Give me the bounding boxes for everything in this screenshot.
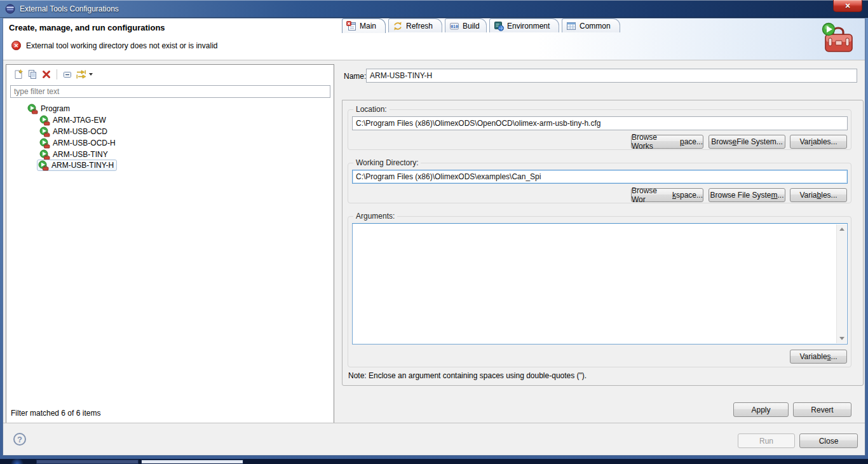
workdir-browse-filesystem-button[interactable]: Browse File System... (709, 188, 785, 202)
window-close-button[interactable]: ✕ (833, 0, 862, 12)
scroll-down-button[interactable] (837, 334, 846, 343)
tree-item-label: ARM-USB-TINY (53, 150, 108, 159)
help-icon[interactable]: ? (13, 433, 26, 446)
window-title: External Tools Configurations (20, 4, 119, 13)
tree-item-arm-usb-tiny-h-selected[interactable]: ARM-USB-TINY-H (37, 160, 117, 171)
name-input[interactable] (366, 69, 857, 83)
tab-environment[interactable]: Environment (489, 18, 559, 32)
dialog-footer: ? Run Close (3, 423, 865, 455)
working-directory-label: Working Directory: (353, 158, 421, 167)
taskbar (0, 459, 868, 464)
tree-item-label: ARM-USB-OCD-H (53, 139, 116, 147)
tree-item-arm-usb-ocd[interactable]: ARM-USB-OCD (39, 126, 107, 137)
arguments-variables-button[interactable]: Variables... (790, 350, 847, 364)
arguments-label: Arguments: (353, 212, 397, 221)
tree-item-label: ARM-JTAG-EW (53, 116, 106, 125)
tab-build[interactable]: 010 Build (445, 18, 487, 32)
dialog-frame: Create, manage, and run configurations ✕… (0, 18, 868, 459)
name-label: Name: (344, 72, 366, 81)
new-configuration-button[interactable] (12, 68, 25, 81)
error-message-row: ✕ External tool working directory does n… (11, 41, 217, 50)
close-button[interactable]: Close (799, 433, 858, 448)
program-config-icon (39, 149, 50, 160)
filter-launch-configurations-button[interactable] (75, 68, 94, 81)
configurations-toolbar (6, 65, 334, 84)
dialog-body: Create, manage, and run configurations ✕… (3, 18, 865, 456)
triangle-down-icon (839, 337, 844, 340)
tree-item-arm-usb-ocd-h[interactable]: ARM-USB-OCD-H (39, 137, 116, 149)
tab-label: Build (463, 22, 480, 31)
toolbar-separator (57, 69, 57, 79)
page-title: Create, manage, and run configurations (9, 23, 165, 32)
revert-button[interactable]: Revert (793, 402, 851, 417)
tree-node-program[interactable]: Program (27, 103, 70, 114)
collapse-all-button[interactable] (61, 68, 74, 81)
program-config-icon (39, 138, 50, 149)
collapse-all-icon (62, 69, 72, 79)
arguments-note: Note: Enclose an argument containing spa… (348, 371, 587, 380)
location-variables-button[interactable]: Variables... (790, 135, 847, 149)
tab-common[interactable]: Common (562, 18, 620, 32)
tree-item-arm-jtag-ew[interactable]: ARM-JTAG-EW (39, 114, 106, 126)
program-config-icon (39, 126, 50, 137)
copy-icon (27, 69, 37, 79)
error-message: External tool working directory does not… (26, 41, 217, 50)
location-group: Location: Browse Workspace... Browse Fil… (348, 109, 851, 150)
tab-label: Refresh (406, 22, 433, 31)
tree-node-label: Program (41, 104, 70, 113)
location-label: Location: (353, 105, 390, 114)
filter-arrows-icon (76, 69, 87, 79)
main-tab-icon (346, 21, 356, 31)
arguments-scrollbar[interactable] (836, 224, 846, 343)
delete-x-icon (42, 70, 51, 79)
duplicate-configuration-button[interactable] (26, 68, 39, 81)
location-input[interactable] (352, 116, 848, 130)
tree-item-arm-usb-tiny[interactable]: ARM-USB-TINY (39, 149, 108, 160)
start-orb[interactable] (10, 459, 24, 464)
program-config-icon (38, 160, 49, 171)
apply-button[interactable]: Apply (733, 402, 789, 417)
eclipse-logo-icon (5, 4, 15, 14)
program-config-icon (39, 115, 50, 126)
tab-main[interactable]: Main (342, 18, 386, 33)
workdir-variables-button[interactable]: Variables... (790, 188, 847, 202)
build-icon-text: 010 (451, 24, 458, 29)
tab-label: Environment (507, 22, 550, 31)
working-directory-input[interactable] (352, 170, 848, 184)
arguments-textarea-wrap (352, 223, 848, 345)
build-binary-icon: 010 (449, 21, 459, 31)
error-icon: ✕ (11, 41, 21, 50)
filter-status-text: Filter matched 6 of 6 items (11, 409, 100, 418)
tab-refresh[interactable]: Refresh (388, 18, 442, 32)
common-table-icon (566, 21, 576, 31)
environment-icon (494, 21, 504, 31)
location-browse-filesystem-button[interactable]: Browse File System... (709, 135, 785, 149)
chevron-down-icon (89, 73, 93, 76)
tab-label: Main (360, 22, 376, 31)
taskbar-button-active[interactable] (141, 460, 243, 464)
external-tools-toolbox-icon (819, 22, 856, 60)
delete-configuration-button[interactable] (40, 68, 53, 81)
filter-input[interactable] (10, 85, 330, 98)
main-tab-content: Location: Browse Workspace... Browse Fil… (342, 100, 864, 386)
taskbar-button[interactable] (36, 460, 139, 464)
workdir-browse-workspace-button[interactable]: Browse Workspace... (631, 188, 703, 202)
close-icon: ✕ (844, 2, 850, 10)
tree-item-label: ARM-USB-TINY-H (51, 161, 114, 170)
arguments-textarea[interactable] (353, 224, 836, 343)
run-button: Run (738, 433, 795, 448)
program-type-icon (27, 104, 38, 114)
screen: External Tools Configurations ✕ Create, … (0, 0, 868, 464)
window-titlebar[interactable]: External Tools Configurations ✕ (0, 0, 868, 18)
refresh-icon (393, 21, 403, 31)
arguments-group: Arguments: Variables... (348, 216, 851, 367)
tree-item-label: ARM-USB-OCD (53, 127, 107, 136)
configurations-panel: Program ARM-JTAG-EW ARM-USB-OCD ARM-USB-… (6, 64, 334, 423)
new-document-icon (13, 69, 24, 79)
triangle-up-icon (839, 228, 844, 231)
location-browse-workspace-button[interactable]: Browse Workspace... (631, 135, 703, 149)
working-directory-group: Working Directory: Browse Workspace... B… (348, 163, 851, 203)
tab-label: Common (580, 22, 611, 31)
scroll-up-button[interactable] (837, 224, 846, 234)
